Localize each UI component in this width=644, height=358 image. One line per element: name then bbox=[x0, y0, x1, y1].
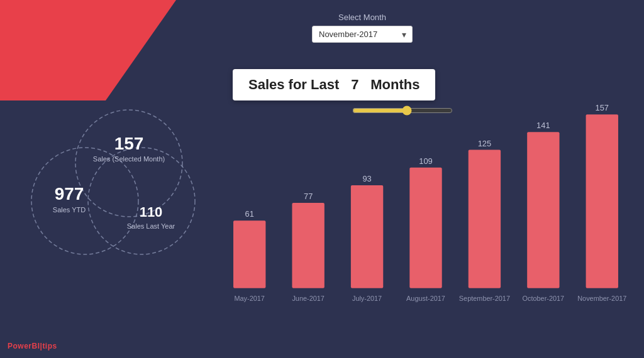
bar-x-label: October-2017 bbox=[523, 295, 565, 302]
venn-diagram: 157 Sales (Selected Month) 977 Sales YTD… bbox=[13, 100, 214, 276]
bar-x-label: July-2017 bbox=[352, 295, 382, 302]
svg-point-0 bbox=[75, 110, 182, 217]
svg-text:Sales YTD: Sales YTD bbox=[53, 206, 86, 214]
svg-point-2 bbox=[88, 148, 195, 254]
bar-rect bbox=[469, 150, 501, 288]
main-content: Select Month May-2017June-2017July-2017A… bbox=[0, 0, 644, 358]
bar-rect bbox=[292, 203, 324, 288]
bar-value-label: 125 bbox=[478, 139, 491, 148]
bar-rect bbox=[409, 168, 441, 288]
svg-text:Sales (Selected Month): Sales (Selected Month) bbox=[93, 155, 165, 163]
venn-svg: 157 Sales (Selected Month) 977 Sales YTD… bbox=[13, 100, 214, 276]
svg-text:Sales Last Year: Sales Last Year bbox=[127, 222, 175, 230]
bar-x-label: September-2017 bbox=[459, 295, 510, 302]
watermark-text: PowerBI|tips bbox=[8, 342, 57, 350]
month-select-wrapper[interactable]: May-2017June-2017July-2017August-2017Sep… bbox=[312, 26, 413, 43]
bar-value-label: 141 bbox=[536, 121, 550, 130]
svg-text:157: 157 bbox=[114, 134, 144, 153]
bar-value-label: 61 bbox=[245, 209, 254, 219]
bar-value-label: 93 bbox=[362, 174, 371, 183]
bar-x-label: May-2017 bbox=[234, 295, 264, 302]
bar-x-label: November-2017 bbox=[577, 295, 626, 302]
watermark: PowerBI|tips bbox=[8, 342, 57, 350]
svg-text:977: 977 bbox=[55, 184, 84, 203]
bar-value-label: 157 bbox=[596, 103, 609, 112]
top-controls: Select Month May-2017June-2017July-2017A… bbox=[312, 13, 413, 43]
select-month-label: Select Month bbox=[338, 13, 386, 22]
bar-rect bbox=[233, 220, 265, 288]
bar-chart-svg: 61May-201777June-201793July-2017109Augus… bbox=[220, 63, 631, 339]
bar-x-label: August-2017 bbox=[406, 295, 445, 302]
bar-rect bbox=[351, 185, 383, 288]
svg-text:110: 110 bbox=[140, 204, 163, 220]
svg-point-1 bbox=[31, 148, 138, 254]
month-select[interactable]: May-2017June-2017July-2017August-2017Sep… bbox=[312, 26, 413, 43]
bar-x-label: June-2017 bbox=[292, 295, 324, 302]
bar-value-label: 109 bbox=[419, 156, 432, 166]
bar-rect bbox=[527, 132, 559, 288]
bar-rect bbox=[586, 114, 618, 288]
bar-value-label: 77 bbox=[304, 192, 313, 201]
bar-chart-area: 61May-201777June-201793July-2017109Augus… bbox=[220, 63, 631, 339]
